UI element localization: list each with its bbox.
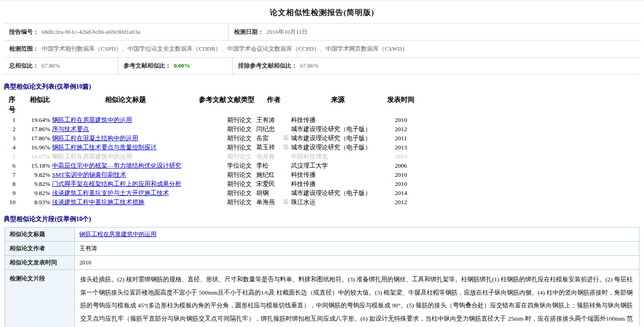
scope-label: 检测范围： — [9, 45, 39, 53]
table-row: 6 15.18% 中高层住宅中的框架—剪力墙结构优化设计研究 学位论文 李松 武… — [4, 161, 644, 170]
row-year: 2010 — [385, 116, 417, 125]
paper-title-link[interactable]: 序与技术要点 — [52, 126, 89, 132]
row-year: 2013 — [385, 143, 417, 152]
table-row: 9 9.82% 浅谈建筑工程基坑支护与土方开挖施工技术 期刊论文 胡钢 城市建设… — [4, 189, 644, 198]
row-ratio: 9.82% — [16, 170, 52, 179]
report-number-cell: 报告编号： 68dfc2ea-961c-426d-bcb6-a69c00d1a0… — [4, 24, 228, 40]
row-reference — [199, 170, 227, 179]
row-source: 城市建设理论研究（电子版） — [291, 134, 385, 143]
row-reference — [199, 134, 227, 143]
paper-title-link[interactable]: 钢筋工程在混凝土结构中的运用 — [52, 135, 138, 142]
paper-title-text: 钢筋工程在房屋建筑中的运用 — [52, 153, 132, 160]
scope-value: 中国学术期刊数据库（CSPD）、中国学位论文全文数据库（CDDB）、中国学术会议… — [42, 45, 408, 53]
col-header-no: 序号 — [4, 95, 16, 115]
row-source: 珠江水运 — [291, 198, 385, 207]
paper-title-link[interactable]: 浅谈建筑工程基坑支护与土方开挖施工技术 — [52, 190, 169, 196]
row-no: 10 — [4, 198, 16, 207]
row-ratio: 17.86% — [16, 125, 52, 134]
row-year: 2014 — [385, 189, 417, 198]
col-header-type: 文献类型 — [227, 95, 256, 115]
row-etal — [283, 161, 291, 170]
row-type: 期刊论文 — [227, 134, 256, 143]
row-type: 期刊论文 — [227, 152, 256, 161]
fragment-title-label: 相似论文标题 — [5, 227, 75, 242]
fragment-paper-title-link[interactable]: 钢筋工程在房屋建筑中的运用 — [79, 231, 156, 237]
row-author: 胡钢 — [256, 189, 283, 198]
fragment-table: 相似论文标题 钢筋工程在房屋建筑中的运用 相似论文作者 王有涛 相似论文发表时间… — [5, 227, 639, 327]
row-type: 期刊论文 — [227, 125, 256, 134]
similar-papers-header-row: 序号 相似比 相似论文标题 参考文献 文献类型 作者 来源 发表时间 — [4, 95, 644, 115]
row-year: 2010 — [385, 179, 417, 189]
fragment-year-label: 相似论文发表时间 — [5, 256, 75, 270]
paper-title-link[interactable]: 钢筋工程在房屋建筑中的运用 — [52, 116, 132, 123]
row-ratio: 16.07% — [16, 152, 52, 161]
report-page: 论文相似性检测报告(简明版) 报告编号： 68dfc2ea-961c-426d-… — [0, 0, 644, 327]
row-author: 施纪红 — [256, 170, 283, 179]
report-number-value: 68dfc2ea-961c-426d-bcb6-a69c00d1a03a — [42, 28, 140, 36]
report-date-cell: 检测日期： 2016年10月11日 — [228, 24, 640, 40]
row-etal — [283, 125, 291, 134]
row-source: 科技传播 — [291, 179, 385, 189]
paper-title-link[interactable]: SMT实训中的锡膏印刷技术 — [52, 171, 126, 178]
row-etal — [283, 189, 291, 198]
row-type: 期刊论文 — [227, 170, 256, 179]
row-no: 2 — [4, 125, 16, 134]
row-source: 中国科技博览 — [291, 152, 385, 161]
total-similarity-label: 总相似比： — [9, 62, 39, 70]
reference-similarity-value: 0.00% — [174, 62, 190, 69]
paper-title-link[interactable]: 浅谈建筑工程中基坑施工技术措施 — [52, 199, 145, 206]
row-etal — [283, 179, 291, 189]
row-year: 2012 — [385, 198, 417, 207]
row-reference — [199, 198, 227, 207]
excluding-reference-similarity-cell: 排除参考文献相似比： 67.86% — [232, 58, 640, 74]
fragments-section-heading: 典型相似论文片段(仅举例10个) — [4, 215, 644, 223]
table-row: 2 17.86% 序与技术要点 期刊论文 闫纪忠 城市建设理论研究（电子版） 2… — [4, 125, 644, 134]
table-row-dimmed: 5 16.07% 钢筋工程在房屋建筑中的运用 期刊论文 张井春 中国科技博览 2… — [4, 152, 644, 161]
row-reference — [199, 116, 227, 125]
row-no: 1 — [4, 116, 16, 125]
reference-similarity-label: 参考文献相似比： — [124, 62, 171, 70]
similar-papers-section-heading: 典型相似论文列表(仅举例10篇) — [4, 83, 644, 91]
row-type: 期刊论文 — [227, 189, 256, 198]
info-row-similarity: 总相似比： 67.86% 参考文献相似比： 0.00% 排除参考文献相似比： 6… — [4, 58, 640, 74]
row-no: 9 — [4, 189, 16, 198]
fragment-author-row: 相似论文作者 王有涛 — [5, 242, 639, 256]
total-similarity-value: 67.86% — [42, 62, 60, 69]
row-author: 单海燕 — [256, 198, 283, 207]
row-etal: 等 — [283, 143, 291, 152]
info-row-id-date: 报告编号： 68dfc2ea-961c-426d-bcb6-a69c00d1a0… — [4, 24, 640, 41]
fragment-author-value: 王有涛 — [75, 242, 639, 256]
col-header-title: 相似论文标题 — [52, 95, 199, 115]
row-reference — [199, 152, 227, 161]
row-reference — [199, 161, 227, 170]
row-ratio: 19.64% — [16, 116, 52, 125]
paper-title-link[interactable]: 钢筋工程施工技术要点与质量控制探讨 — [52, 144, 157, 151]
fragment-title-row: 相似论文标题 钢筋工程在房屋建筑中的运用 — [5, 227, 639, 242]
paper-title-link[interactable]: 中高层住宅中的框架—剪力墙结构优化设计研究 — [52, 162, 182, 169]
excluding-reference-similarity-label: 排除参考文献相似比： — [238, 62, 297, 70]
info-row-scope: 检测范围： 中国学术期刊数据库（CSPD）、中国学位论文全文数据库（CDDB）、… — [4, 41, 640, 58]
row-ratio: 8.93% — [16, 198, 52, 207]
fragment-text-label: 检测论文片段 — [5, 270, 75, 327]
row-author: 张井春 — [256, 152, 283, 161]
row-year: 2010 — [385, 170, 417, 179]
scope-cell: 检测范围： 中国学术期刊数据库（CSPD）、中国学位论文全文数据库（CDDB）、… — [4, 41, 640, 57]
row-reference — [199, 179, 227, 189]
row-source: 科技传播 — [291, 116, 385, 125]
fragment-year-value: 2010 — [75, 256, 639, 270]
table-row: 4 16.96% 钢筋工程施工技术要点与质量控制探讨 期刊论文 葛玉祥 等 城市… — [4, 143, 644, 152]
row-type: 期刊论文 — [227, 116, 256, 125]
table-row: 1 19.64% 钢筋工程在房屋建筑中的运用 期刊论文 王有涛 科技传播 201… — [4, 116, 644, 125]
report-info-table: 报告编号： 68dfc2ea-961c-426d-bcb6-a69c00d1a0… — [4, 23, 640, 74]
row-source: 城市建设理论研究（电子版） — [291, 143, 385, 152]
row-etal: 等 — [283, 198, 291, 207]
row-year: 2006 — [385, 161, 417, 170]
row-no: 3 — [4, 134, 16, 143]
paper-title-link[interactable]: 门式脚手架在框架结构工程上的应用和成果分析 — [52, 180, 182, 187]
row-year: 2011 — [385, 134, 417, 143]
row-ratio: 15.18% — [16, 161, 52, 170]
table-row: 8 9.82% 门式脚手架在框架结构工程上的应用和成果分析 期刊论文 宋爱民 科… — [4, 179, 644, 189]
row-author: 王有涛 — [256, 116, 283, 125]
row-author: 岳雷 — [256, 134, 283, 143]
row-type: 期刊论文 — [227, 179, 256, 189]
